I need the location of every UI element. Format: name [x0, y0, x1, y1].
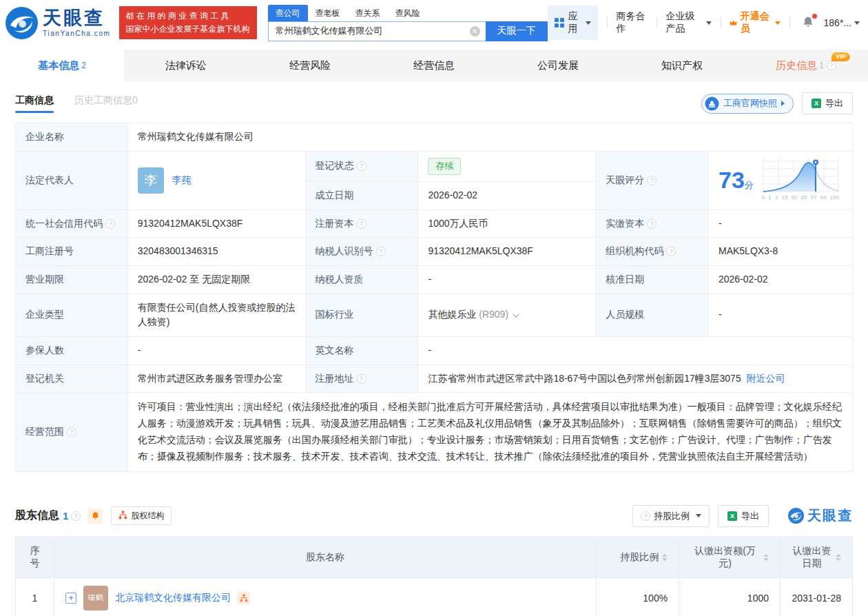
export-button[interactable]: 导出 [802, 92, 853, 114]
help-icon[interactable] [105, 219, 115, 229]
apps-menu[interactable]: 应用 [548, 6, 598, 40]
col-subscribed-date[interactable]: 认缴出资日期 [781, 537, 853, 577]
taxpayer-quality-label: 纳税人资质 [305, 265, 418, 294]
tab-legal[interactable]: 法律诉讼 [124, 50, 248, 81]
col-subscribed-amount[interactable]: 认缴出资额(万元) [679, 537, 781, 577]
est-date-label: 成立日期 [305, 181, 418, 209]
tab-intellectual-property[interactable]: 知识产权 [620, 50, 744, 81]
help-icon[interactable] [666, 247, 676, 256]
chevron-down-icon [696, 514, 701, 517]
term-value: 2026-02-02 至 无固定期限 [127, 265, 305, 294]
shareholders-title: 股东信息 [15, 509, 59, 523]
row-date: 2031-01-28 [781, 577, 853, 616]
score-label: 天眼评分 [596, 151, 709, 209]
help-icon[interactable] [67, 427, 76, 437]
notifications-bell-icon[interactable] [802, 16, 814, 30]
score-value: 73 [719, 167, 745, 193]
nearby-companies-link[interactable]: 附近公司 [746, 373, 785, 384]
help-icon[interactable] [357, 161, 366, 171]
reg-no-value: 320483001346315 [127, 238, 305, 266]
nav-enterprise[interactable]: 企业级产品 [666, 10, 712, 35]
tab-history-info[interactable]: VIP 历史信息 1 [744, 50, 868, 81]
subtab-business-info[interactable]: 工商信息 [15, 94, 54, 113]
top-header: 天眼查 TianYanCha.com 都 在 用 的 商 业 查 询 工 具 国… [0, 0, 868, 45]
search-input[interactable] [268, 21, 486, 41]
divider [607, 18, 608, 28]
chevron-down-icon [586, 21, 591, 25]
equity-chart-icon[interactable] [238, 592, 250, 604]
insured-value: - [127, 336, 305, 365]
scope-label: 经营范围 [16, 393, 128, 471]
help-icon[interactable] [71, 511, 81, 521]
row-amount: 1000 [679, 577, 781, 616]
help-icon[interactable] [647, 219, 657, 229]
monitor-bell-icon[interactable] [87, 509, 103, 524]
term-label: 营业期限 [16, 265, 128, 294]
legal-rep-link[interactable]: 李莼 [172, 173, 192, 188]
table-row: 工商注册号 320483001346315 纳税人识别号 91320412MAK… [16, 238, 853, 266]
staff-size-label: 人员规模 [596, 294, 709, 336]
nav-vip-upgrade[interactable]: 开通会员 [730, 10, 780, 35]
help-icon[interactable] [357, 219, 366, 229]
scope-value: 许可项目：营业性演出；演出经纪（依法须经批准的项目，经相关部门批准后方可开展经营… [127, 393, 852, 471]
chevron-down-icon[interactable] [513, 311, 519, 318]
tab-operating-info[interactable]: 经营信息 [372, 50, 496, 81]
equity-structure-button[interactable]: 股权结构 [111, 506, 172, 525]
clear-search-icon[interactable] [470, 26, 480, 37]
help-icon[interactable] [647, 176, 657, 185]
authority-label: 登记机关 [16, 365, 128, 393]
shareholders-export-button[interactable]: 导出 [718, 505, 769, 527]
user-account-menu[interactable]: 186*... [824, 17, 860, 28]
address-label: 注册地址 [305, 365, 418, 393]
search-tab-relation[interactable]: 查关系 [348, 5, 388, 21]
excel-icon [812, 99, 821, 108]
help-icon[interactable] [827, 61, 836, 70]
col-ratio[interactable]: 持股比例 [597, 537, 679, 577]
insured-label: 参保人数 [16, 336, 128, 365]
taxpayer-id-label: 纳税人识别号 [305, 238, 418, 266]
official-snapshot-button[interactable]: 工商官网快照 [701, 94, 794, 114]
sort-icon [662, 554, 668, 561]
tab-operating-risk[interactable]: 经营风险 [248, 50, 372, 81]
legal-rep-avatar[interactable]: 李 [138, 167, 164, 194]
sort-icon [836, 554, 841, 561]
score-axis-ticks: 0131550859799100 [762, 194, 839, 202]
tab-basic-info[interactable]: 基本信息2 [0, 50, 124, 81]
score-cell[interactable]: 73分 [708, 151, 852, 209]
tab-company-development[interactable]: 公司发展 [496, 50, 620, 81]
chevron-down-icon [854, 21, 860, 25]
subtab-history-business-info[interactable]: 历史工商信息0 [74, 94, 138, 113]
reg-status-label: 登记状态 [305, 151, 418, 181]
shareholder-link[interactable]: 北京瑞鹤文化传媒有限公司 [115, 592, 231, 604]
slogan-line2: 国家中小企业发展子基金旗下机构 [126, 23, 250, 36]
brand-domain: TianYanCha.com [43, 30, 111, 37]
industry-value[interactable]: 其他娱乐业 (R909) [418, 294, 596, 336]
slogan-banner: 都 在 用 的 商 业 查 询 工 具 国家中小企业发展子基金旗下机构 [119, 6, 257, 39]
legal-rep-label: 法定代表人 [16, 151, 128, 209]
search-tab-riskcheck[interactable]: 查风险 [388, 5, 428, 21]
apps-grid-icon [555, 18, 564, 28]
divider [657, 18, 657, 28]
expand-icon[interactable] [65, 593, 76, 604]
company-name-label: 企业名称 [16, 123, 128, 152]
shareholder-avatar[interactable]: 瑞鹤 [83, 586, 108, 610]
search-button[interactable]: 天眼一下 [486, 21, 548, 41]
help-icon[interactable] [376, 247, 386, 256]
table-row: 登记机关 常州市武进区政务服务管理办公室 注册地址 江苏省常州市武进区常武中路1… [16, 365, 853, 393]
score-distribution-chart: 0131550859799100 [762, 158, 839, 202]
help-icon [641, 511, 650, 521]
table-row: 企业名称 常州瑞鹤文化传媒有限公司 [16, 123, 853, 152]
search-tab-company[interactable]: 查公司 [268, 5, 308, 21]
search-tab-boss[interactable]: 查老板 [308, 5, 348, 21]
apps-label: 应用 [568, 10, 579, 35]
sort-icon [763, 554, 769, 561]
nav-cooperation[interactable]: 商务合作 [617, 10, 648, 35]
credit-code-value: 91320412MAK5LQX38F [127, 209, 305, 238]
chevron-down-icon [706, 21, 712, 25]
tianyancha-logo[interactable]: 天眼查 TianYanCha.com [6, 7, 111, 39]
row-shareholder: 瑞鹤 北京瑞鹤文化传媒有限公司 [54, 577, 596, 616]
ratio-filter-button[interactable]: 持股比例 [632, 505, 710, 527]
org-chart-icon [118, 511, 127, 522]
help-icon[interactable] [357, 374, 366, 384]
industry-code: (R909) [479, 309, 508, 320]
